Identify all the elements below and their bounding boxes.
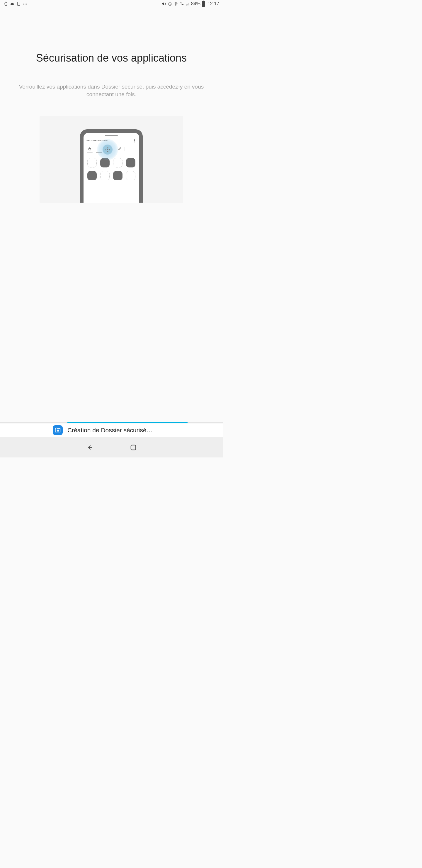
alarm-icon [168,1,172,6]
cloud-sync-icon [10,1,15,6]
plus-circle-icon: + [105,148,109,152]
svg-rect-5 [89,149,91,150]
onboarding-page: Sécurisation de vos applications Verroui… [0,8,223,422]
lock-icon [87,147,92,153]
back-button[interactable] [84,442,95,453]
progress-bar [0,422,223,423]
footer-status-text: Création de Dossier sécurisé… [67,427,153,434]
status-right-icons: 84% 12:17 [162,1,219,6]
battery-icon [202,1,205,6]
svg-rect-4 [203,1,204,1]
svg-point-2 [175,5,176,6]
more-notifications-icon: ⋯ [23,1,28,6]
app-tile-filled [113,171,123,180]
add-touch-halo: + [97,139,118,160]
svg-rect-0 [18,2,20,6]
sim-card-icon [17,1,21,6]
footer-status: Création de Dossier sécurisé… [0,423,223,437]
app-grid [86,158,137,180]
home-button[interactable] [128,442,139,453]
page-title: Sécurisation de vos applications [0,52,223,64]
more-vert-icon: ⋮ [133,138,136,143]
wifi-icon [173,1,178,6]
status-bar: ⋯ 84% 12:17 [0,0,223,8]
svg-rect-7 [131,445,136,450]
battery-percent: 84% [191,1,200,6]
app-tile-empty [113,158,123,167]
app-tile-empty [100,171,109,180]
status-left-icons: ⋯ [3,1,28,6]
wifi-calling-icon [180,1,184,6]
svg-rect-6 [57,430,59,432]
svg-rect-3 [202,1,205,7]
signal-icon [185,1,190,6]
shopping-bag-icon [3,1,8,6]
app-tile-filled [126,158,135,167]
phone-mockup: SECURE FOLDER ⋮ + [80,129,143,203]
mute-vibrate-icon [162,1,166,6]
secure-folder-icon [53,425,63,435]
app-tile-empty [126,171,135,180]
clock-time: 12:17 [207,1,219,6]
illustration: SECURE FOLDER ⋮ + [0,116,223,203]
navigation-bar [0,437,223,458]
app-tile-empty [87,158,97,167]
page-subtitle: Verrouillez vos applications dans Dossie… [0,83,223,98]
progress-fill [67,422,188,423]
app-tile-filled [87,171,97,180]
